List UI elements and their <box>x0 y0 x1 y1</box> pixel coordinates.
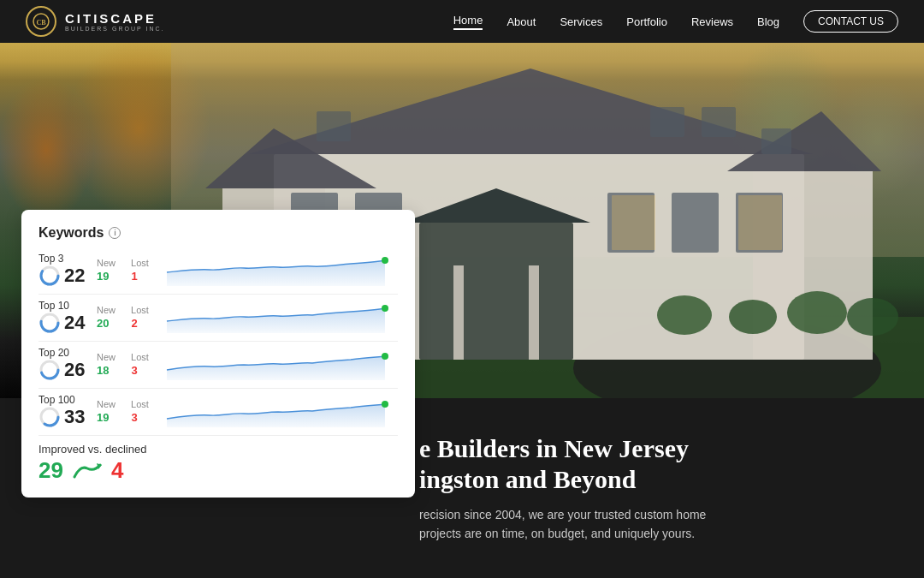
svg-point-34 <box>382 257 388 264</box>
svg-rect-19 <box>650 107 684 137</box>
lost-val-top3: 1 <box>131 270 137 283</box>
nav-services[interactable]: Services <box>560 15 602 28</box>
rank-number-top3: 22 <box>64 265 85 287</box>
svg-rect-11 <box>419 223 573 360</box>
new-lost-top10: New Lost 20 2 <box>97 305 148 330</box>
svg-point-31 <box>847 298 898 336</box>
lost-val-top20: 3 <box>131 364 137 377</box>
new-lost-top20: New Lost 18 3 <box>97 352 148 377</box>
divider-2 <box>38 341 398 342</box>
keyword-row-top100: Top 100 33 New Lost 19 3 <box>38 394 398 428</box>
brand-name: CITISCAPE <box>65 11 164 26</box>
svg-point-37 <box>382 305 388 312</box>
logo-text: CITISCAPE BUILDERS GROUP INC. <box>65 11 164 32</box>
svg-rect-21 <box>761 128 791 154</box>
svg-rect-18 <box>317 111 351 141</box>
navbar: CB CITISCAPE BUILDERS GROUP INC. Home Ab… <box>0 0 924 43</box>
arrow-up-icon <box>72 462 103 480</box>
divider-4 <box>38 435 398 436</box>
improved-row: Improved vs. declined 29 4 <box>38 443 398 484</box>
donut-icon-top10 <box>38 312 61 334</box>
hero-subtitle: recision since 2004, we are your trusted… <box>419 505 706 544</box>
svg-rect-24 <box>453 265 464 360</box>
nav-links: Home About Services Portfolio Reviews Bl… <box>453 10 898 33</box>
svg-rect-20 <box>702 107 736 137</box>
nav-home[interactable]: Home <box>453 14 483 30</box>
rank-label-top100: Top 100 <box>38 394 80 406</box>
keyword-row-top3: Top 3 22 New Lost 19 1 <box>38 253 398 287</box>
nav-blog[interactable]: Blog <box>757 15 779 28</box>
rank-number-top20: 26 <box>64 359 85 381</box>
sparkline-top100 <box>158 395 398 427</box>
svg-rect-25 <box>529 265 539 360</box>
lost-val-top10: 2 <box>131 317 137 330</box>
rank-label-top3: Top 3 <box>38 253 80 265</box>
nav-portfolio[interactable]: Portfolio <box>626 15 667 28</box>
divider-3 <box>38 388 398 389</box>
rank-number-top100: 33 <box>64 406 85 428</box>
svg-point-43 <box>382 401 388 408</box>
declined-number: 4 <box>111 457 123 484</box>
sparkline-top10 <box>158 301 398 333</box>
rank-label-top20: Top 20 <box>38 347 80 359</box>
new-val-top100: 19 <box>97 411 109 424</box>
keyword-row-top20: Top 20 26 New Lost 18 3 <box>38 347 398 381</box>
brand-sub: BUILDERS GROUP INC. <box>65 26 164 32</box>
sparkline-top3 <box>158 253 398 286</box>
new-val-top20: 18 <box>97 364 109 377</box>
svg-point-30 <box>787 291 847 334</box>
new-val-top3: 19 <box>97 270 109 283</box>
lost-val-top100: 3 <box>131 411 137 424</box>
hero-title: e Builders in New Jersey ingston and Bey… <box>419 433 706 495</box>
sparkline-top20 <box>158 348 398 380</box>
svg-point-28 <box>657 295 712 335</box>
rank-label-top10: Top 10 <box>38 300 80 312</box>
nav-about[interactable]: About <box>506 15 536 28</box>
svg-rect-16 <box>672 193 719 253</box>
svg-rect-22 <box>612 195 655 250</box>
nav-reviews[interactable]: Reviews <box>691 15 733 28</box>
widget-title: Keywords i <box>38 225 398 241</box>
keywords-widget: Keywords i Top 3 22 New Lost 19 1 <box>21 210 415 498</box>
svg-text:CB: CB <box>36 19 46 27</box>
improved-number: 29 <box>38 457 63 484</box>
divider-1 <box>38 294 398 295</box>
new-lost-top100: New Lost 19 3 <box>97 399 148 424</box>
svg-rect-23 <box>738 195 782 250</box>
contact-button[interactable]: CONTACT US <box>803 10 898 33</box>
keyword-row-top10: Top 10 24 New Lost 20 2 <box>38 300 398 334</box>
donut-icon-top100 <box>38 406 61 428</box>
donut-icon-top20 <box>38 359 61 381</box>
svg-point-40 <box>382 353 388 360</box>
info-icon[interactable]: i <box>109 227 121 239</box>
logo-icon: CB <box>26 6 56 37</box>
logo-area: CB CITISCAPE BUILDERS GROUP INC. <box>26 6 164 37</box>
donut-icon-top3 <box>38 265 61 287</box>
improved-label: Improved vs. declined <box>38 443 398 456</box>
new-val-top10: 20 <box>97 317 109 330</box>
rank-number-top10: 24 <box>64 312 85 334</box>
svg-point-29 <box>729 300 777 334</box>
new-lost-top3: New Lost 19 1 <box>97 258 148 283</box>
